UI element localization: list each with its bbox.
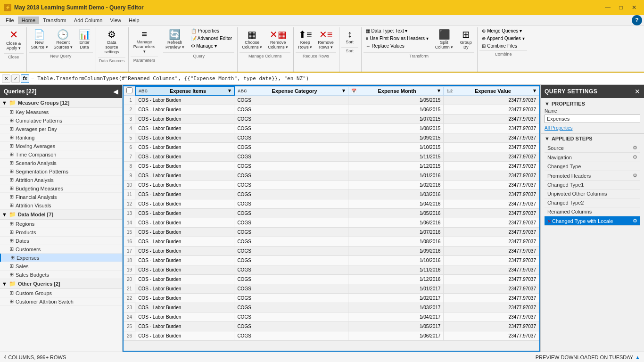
col-filter-icon3[interactable]: ▾ <box>438 88 440 94</box>
sidebar-item-dates[interactable]: ⊞ Dates <box>0 237 122 245</box>
menu-help[interactable]: Help <box>125 16 143 24</box>
table-cell[interactable]: COGS <box>234 218 348 227</box>
sidebar-item-attrition-visuals[interactable]: ⊞ Attrition Visuals <box>0 201 122 210</box>
table-cell[interactable]: 23477.97037 <box>444 189 539 199</box>
minimize-button[interactable]: — <box>602 3 614 12</box>
table-cell[interactable]: COS - Labor Burden <box>135 237 234 246</box>
sort-button[interactable]: ↕ Sort <box>341 27 358 46</box>
menu-transform[interactable]: Transform <box>39 16 70 24</box>
table-cell[interactable]: 23477.97037 <box>444 303 539 312</box>
table-cell[interactable]: COGS <box>234 321 348 331</box>
table-cell[interactable]: COGS <box>234 180 348 189</box>
table-cell[interactable]: COS - Labor Burden <box>135 123 234 133</box>
maximize-button[interactable]: □ <box>615 3 627 12</box>
table-cell[interactable]: COGS <box>234 284 348 293</box>
help-button[interactable]: ? <box>632 15 642 25</box>
applied-step-source[interactable]: Source⚙ <box>545 143 640 153</box>
table-cell[interactable]: 1/11/2016 <box>348 265 444 274</box>
table-cell[interactable]: 1/10/2016 <box>348 255 444 265</box>
table-cell[interactable]: 1/12/2015 <box>348 161 444 171</box>
table-cell[interactable]: COS - Labor Burden <box>135 255 234 265</box>
right-panel-close-button[interactable]: ✕ <box>635 88 640 95</box>
table-cell[interactable]: 23477.97037 <box>444 95 539 105</box>
combine-files-button[interactable]: ⊞ Combine Files <box>479 42 527 49</box>
refresh-preview-button[interactable]: 🔄 RefreshPreview ▾ <box>163 27 187 51</box>
table-cell[interactable]: COGS <box>234 161 348 171</box>
table-cell[interactable]: COS - Labor Burden <box>135 114 234 123</box>
table-cell[interactable]: COGS <box>234 303 348 312</box>
table-cell[interactable]: COGS <box>234 105 348 114</box>
data-source-settings-button[interactable]: ⚙ Data sourcesettings <box>98 27 125 56</box>
table-cell[interactable]: COGS <box>234 227 348 237</box>
table-cell[interactable]: COGS <box>234 133 348 142</box>
table-cell[interactable]: 1/09/2016 <box>348 246 444 255</box>
table-cell[interactable]: COGS <box>234 331 348 340</box>
select-all-checkbox[interactable] <box>126 87 132 93</box>
sidebar-item-custom-groups[interactable]: ⊞ Custom Groups <box>0 289 122 297</box>
manage-parameters-button[interactable]: ≡ ManageParameters ▾ <box>131 27 158 56</box>
name-input[interactable] <box>545 115 640 123</box>
applied-step-changed-type-with-locale[interactable]: ✕Changed Type with Locale⚙ <box>545 216 640 226</box>
table-cell[interactable]: 23477.97037 <box>444 293 539 303</box>
sidebar-item-regions[interactable]: ⊞ Regions <box>0 220 122 228</box>
table-cell[interactable]: 1/11/2015 <box>348 152 444 161</box>
table-cell[interactable]: COGS <box>234 189 348 199</box>
formula-fx-button[interactable]: fx <box>21 74 29 83</box>
table-cell[interactable]: COGS <box>234 237 348 246</box>
table-cell[interactable]: COS - Labor Burden <box>135 161 234 171</box>
table-cell[interactable]: COS - Labor Burden <box>135 274 234 284</box>
sidebar-group-measure-groups-header[interactable]: ▼ 📁 Measure Groups [12] <box>0 98 122 108</box>
col-filter-icon4[interactable]: ▾ <box>533 88 536 94</box>
menu-file[interactable]: File <box>2 16 18 24</box>
table-cell[interactable]: COS - Labor Burden <box>135 208 234 218</box>
step-gear-icon[interactable]: ⚙ <box>633 145 637 151</box>
table-cell[interactable]: 1/07/2016 <box>348 227 444 237</box>
table-cell[interactable]: COS - Labor Burden <box>135 227 234 237</box>
manage-button[interactable]: ⚙ Manage ▾ <box>189 42 235 49</box>
sidebar-item-attrition-analysis[interactable]: ⊞ Attrition Analysis <box>0 176 122 184</box>
table-cell[interactable]: 23477.97037 <box>444 246 539 255</box>
table-cell[interactable]: 23477.97037 <box>444 161 539 171</box>
table-cell[interactable]: 1/05/2017 <box>348 321 444 331</box>
table-cell[interactable]: 23477.97037 <box>444 123 539 133</box>
col-filter-icon2[interactable]: ▾ <box>342 88 345 94</box>
table-cell[interactable]: 1/06/2016 <box>348 218 444 227</box>
formula-confirm-button[interactable]: ✓ <box>11 74 20 83</box>
col-filter-icon[interactable]: ▾ <box>228 88 231 94</box>
table-cell[interactable]: 1/07/2015 <box>348 114 444 123</box>
col-header-expense-month[interactable]: 📅 Expense Month ▾ <box>348 86 444 95</box>
table-cell[interactable]: COGS <box>234 123 348 133</box>
sidebar-item-products[interactable]: ⊞ Products <box>0 228 122 237</box>
table-cell[interactable]: 23477.97037 <box>444 142 539 152</box>
merge-queries-button[interactable]: ⊕ Merge Queries ▾ <box>479 27 527 34</box>
menu-add-column[interactable]: Add Column <box>70 16 107 24</box>
enter-data-button[interactable]: 📊 EnterData <box>76 27 93 51</box>
all-properties-link[interactable]: All Properties <box>545 125 572 131</box>
remove-columns-button[interactable]: ✕▦ RemoveColumns ▾ <box>265 27 290 51</box>
table-cell[interactable]: COS - Labor Burden <box>135 171 234 180</box>
table-cell[interactable]: 23477.97037 <box>444 208 539 218</box>
sidebar-item-moving-averages[interactable]: ⊞ Moving Averages <box>0 142 122 150</box>
table-cell[interactable]: COGS <box>234 293 348 303</box>
table-cell[interactable]: COGS <box>234 208 348 218</box>
table-cell[interactable]: COS - Labor Burden <box>135 218 234 227</box>
table-cell[interactable]: 1/01/2017 <box>348 284 444 293</box>
table-cell[interactable]: COGS <box>234 152 348 161</box>
sidebar-item-cumulative[interactable]: ⊞ Cumulative Patterns <box>0 116 122 125</box>
applied-step-promoted-headers[interactable]: Promoted Headers⚙ <box>545 171 640 181</box>
close-apply-button[interactable]: ✕ Close &Apply ▾ <box>4 27 24 52</box>
table-cell[interactable]: COS - Labor Burden <box>135 199 234 208</box>
table-cell[interactable]: 1/03/2016 <box>348 189 444 199</box>
table-cell[interactable]: 23477.97037 <box>444 114 539 123</box>
table-cell[interactable]: 23477.97037 <box>444 274 539 284</box>
table-cell[interactable]: 23477.97037 <box>444 199 539 208</box>
applied-step-unpivoted-other-columns[interactable]: Unpivoted Other Columns <box>545 189 640 198</box>
sidebar-item-financial[interactable]: ⊞ Financial Analysis <box>0 193 122 201</box>
table-cell[interactable]: COS - Labor Burden <box>135 189 234 199</box>
table-cell[interactable]: 23477.97037 <box>444 133 539 142</box>
group-by-button[interactable]: ⊞ GroupBy <box>457 27 474 51</box>
table-cell[interactable]: COGS <box>234 312 348 321</box>
table-cell[interactable]: COGS <box>234 95 348 105</box>
sidebar-item-segmentation[interactable]: ⊞ Segmentation Patterns <box>0 167 122 176</box>
sidebar-item-scenario-analysis[interactable]: ⊞ Scenario Analysis <box>0 159 122 167</box>
